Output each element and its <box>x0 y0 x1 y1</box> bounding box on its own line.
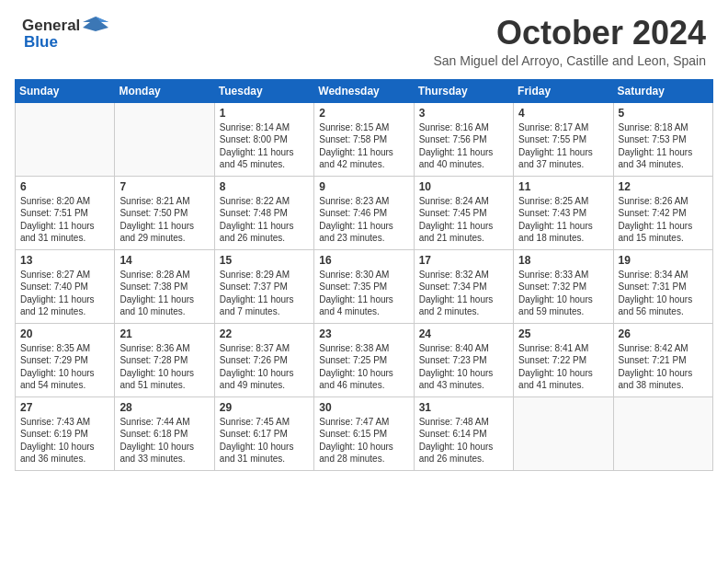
day-number: 23 <box>319 327 408 340</box>
day-number: 12 <box>619 180 708 193</box>
day-number: 10 <box>419 180 508 193</box>
day-info: Sunrise: 8:25 AM Sunset: 7:43 PM Dayligh… <box>518 195 608 245</box>
day-number: 19 <box>619 254 708 267</box>
day-info: Sunrise: 8:20 AM Sunset: 7:51 PM Dayligh… <box>20 195 109 245</box>
day-number: 31 <box>419 401 508 414</box>
calendar-cell: 23Sunrise: 8:38 AM Sunset: 7:25 PM Dayli… <box>314 323 414 396</box>
col-header-wednesday: Wednesday <box>314 79 414 102</box>
logo: General Blue <box>22 15 108 52</box>
calendar-cell <box>16 102 115 176</box>
day-info: Sunrise: 8:28 AM Sunset: 7:38 PM Dayligh… <box>119 269 209 318</box>
calendar-cell: 19Sunrise: 8:34 AM Sunset: 7:31 PM Dayli… <box>613 249 712 323</box>
day-info: Sunrise: 8:23 AM Sunset: 7:46 PM Dayligh… <box>319 195 408 245</box>
calendar-week-4: 20Sunrise: 8:35 AM Sunset: 7:29 PM Dayli… <box>16 323 713 396</box>
calendar-cell: 15Sunrise: 8:29 AM Sunset: 7:37 PM Dayli… <box>214 249 313 323</box>
calendar-cell: 3Sunrise: 8:16 AM Sunset: 7:56 PM Daylig… <box>414 102 513 176</box>
day-number: 4 <box>518 107 608 120</box>
day-number: 2 <box>319 107 408 120</box>
calendar-cell: 7Sunrise: 8:21 AM Sunset: 7:50 PM Daylig… <box>115 176 214 249</box>
day-info: Sunrise: 8:40 AM Sunset: 7:23 PM Dayligh… <box>419 342 508 392</box>
day-number: 16 <box>319 254 408 267</box>
day-number: 14 <box>119 254 209 267</box>
col-header-monday: Monday <box>115 79 214 102</box>
calendar-cell <box>514 396 613 470</box>
day-info: Sunrise: 8:37 AM Sunset: 7:26 PM Dayligh… <box>220 342 309 392</box>
calendar-cell: 5Sunrise: 8:18 AM Sunset: 7:53 PM Daylig… <box>613 102 712 176</box>
day-number: 17 <box>419 254 508 267</box>
calendar-cell: 4Sunrise: 8:17 AM Sunset: 7:55 PM Daylig… <box>514 102 613 176</box>
calendar-cell: 11Sunrise: 8:25 AM Sunset: 7:43 PM Dayli… <box>514 176 613 249</box>
col-header-thursday: Thursday <box>414 79 513 102</box>
day-info: Sunrise: 8:15 AM Sunset: 7:58 PM Dayligh… <box>319 121 408 171</box>
calendar-cell: 30Sunrise: 7:47 AM Sunset: 6:15 PM Dayli… <box>314 396 414 470</box>
calendar-week-5: 27Sunrise: 7:43 AM Sunset: 6:19 PM Dayli… <box>16 396 713 470</box>
day-info: Sunrise: 8:35 AM Sunset: 7:29 PM Dayligh… <box>20 342 109 392</box>
calendar-cell: 31Sunrise: 7:48 AM Sunset: 6:14 PM Dayli… <box>414 396 513 470</box>
calendar-cell: 8Sunrise: 8:22 AM Sunset: 7:48 PM Daylig… <box>214 176 313 249</box>
calendar-cell: 25Sunrise: 8:41 AM Sunset: 7:22 PM Dayli… <box>514 323 613 396</box>
calendar-cell: 26Sunrise: 8:42 AM Sunset: 7:21 PM Dayli… <box>613 323 712 396</box>
month-title: October 2024 <box>433 15 706 52</box>
day-info: Sunrise: 8:42 AM Sunset: 7:21 PM Dayligh… <box>619 342 708 392</box>
calendar-cell: 21Sunrise: 8:36 AM Sunset: 7:28 PM Dayli… <box>115 323 214 396</box>
day-number: 8 <box>220 180 309 193</box>
day-info: Sunrise: 8:22 AM Sunset: 7:48 PM Dayligh… <box>220 195 309 245</box>
calendar-cell: 6Sunrise: 8:20 AM Sunset: 7:51 PM Daylig… <box>16 176 115 249</box>
day-info: Sunrise: 8:30 AM Sunset: 7:35 PM Dayligh… <box>319 269 408 318</box>
calendar-cell: 10Sunrise: 8:24 AM Sunset: 7:45 PM Dayli… <box>414 176 513 249</box>
day-info: Sunrise: 8:17 AM Sunset: 7:55 PM Dayligh… <box>518 121 608 171</box>
day-info: Sunrise: 8:14 AM Sunset: 8:00 PM Dayligh… <box>220 121 309 171</box>
day-info: Sunrise: 8:24 AM Sunset: 7:45 PM Dayligh… <box>419 195 508 245</box>
calendar-cell: 24Sunrise: 8:40 AM Sunset: 7:23 PM Dayli… <box>414 323 513 396</box>
calendar-cell: 14Sunrise: 8:28 AM Sunset: 7:38 PM Dayli… <box>115 249 214 323</box>
calendar-cell: 28Sunrise: 7:44 AM Sunset: 6:18 PM Dayli… <box>115 396 214 470</box>
calendar-cell: 1Sunrise: 8:14 AM Sunset: 8:00 PM Daylig… <box>214 102 313 176</box>
day-info: Sunrise: 8:29 AM Sunset: 7:37 PM Dayligh… <box>220 269 309 318</box>
col-header-tuesday: Tuesday <box>214 79 313 102</box>
day-info: Sunrise: 7:47 AM Sunset: 6:15 PM Dayligh… <box>319 416 408 465</box>
day-info: Sunrise: 8:21 AM Sunset: 7:50 PM Dayligh… <box>119 195 209 245</box>
day-number: 11 <box>518 180 608 193</box>
location-subtitle: San Miguel del Arroyo, Castille and Leon… <box>433 53 706 68</box>
calendar-cell <box>613 396 712 470</box>
day-number: 29 <box>220 401 309 414</box>
calendar-week-2: 6Sunrise: 8:20 AM Sunset: 7:51 PM Daylig… <box>16 176 713 249</box>
day-info: Sunrise: 8:38 AM Sunset: 7:25 PM Dayligh… <box>319 342 408 392</box>
calendar-cell: 12Sunrise: 8:26 AM Sunset: 7:42 PM Dayli… <box>613 176 712 249</box>
day-number: 13 <box>20 254 109 267</box>
svg-marker-0 <box>83 17 108 31</box>
day-info: Sunrise: 8:34 AM Sunset: 7:31 PM Dayligh… <box>619 269 708 318</box>
col-header-saturday: Saturday <box>613 79 712 102</box>
day-info: Sunrise: 8:41 AM Sunset: 7:22 PM Dayligh… <box>518 342 608 392</box>
day-number: 5 <box>619 107 708 120</box>
calendar-cell: 9Sunrise: 8:23 AM Sunset: 7:46 PM Daylig… <box>314 176 414 249</box>
calendar-cell: 2Sunrise: 8:15 AM Sunset: 7:58 PM Daylig… <box>314 102 414 176</box>
day-number: 3 <box>419 107 508 120</box>
day-number: 9 <box>319 180 408 193</box>
calendar-week-3: 13Sunrise: 8:27 AM Sunset: 7:40 PM Dayli… <box>16 249 713 323</box>
calendar-cell: 16Sunrise: 8:30 AM Sunset: 7:35 PM Dayli… <box>314 249 414 323</box>
day-number: 1 <box>220 107 309 120</box>
calendar-cell: 17Sunrise: 8:32 AM Sunset: 7:34 PM Dayli… <box>414 249 513 323</box>
day-info: Sunrise: 7:48 AM Sunset: 6:14 PM Dayligh… <box>419 416 508 465</box>
day-info: Sunrise: 7:45 AM Sunset: 6:17 PM Dayligh… <box>220 416 309 465</box>
day-number: 18 <box>518 254 608 267</box>
day-info: Sunrise: 8:36 AM Sunset: 7:28 PM Dayligh… <box>119 342 209 392</box>
logo-general: General <box>22 17 80 35</box>
day-number: 7 <box>119 180 209 193</box>
calendar-cell: 13Sunrise: 8:27 AM Sunset: 7:40 PM Dayli… <box>16 249 115 323</box>
col-header-friday: Friday <box>514 79 613 102</box>
logo-blue: Blue <box>24 33 58 52</box>
calendar-cell: 22Sunrise: 8:37 AM Sunset: 7:26 PM Dayli… <box>214 323 313 396</box>
day-info: Sunrise: 7:44 AM Sunset: 6:18 PM Dayligh… <box>119 416 209 465</box>
day-number: 20 <box>20 327 109 340</box>
day-number: 30 <box>319 401 408 414</box>
col-header-sunday: Sunday <box>16 79 115 102</box>
calendar-table: SundayMondayTuesdayWednesdayThursdayFrid… <box>15 79 713 471</box>
day-number: 27 <box>20 401 109 414</box>
calendar-cell <box>115 102 214 176</box>
logo-bird-icon <box>83 15 108 33</box>
day-info: Sunrise: 8:26 AM Sunset: 7:42 PM Dayligh… <box>619 195 708 245</box>
page-header: General Blue October 2024 San Miguel del… <box>0 0 728 72</box>
calendar-header-row: SundayMondayTuesdayWednesdayThursdayFrid… <box>16 79 713 102</box>
